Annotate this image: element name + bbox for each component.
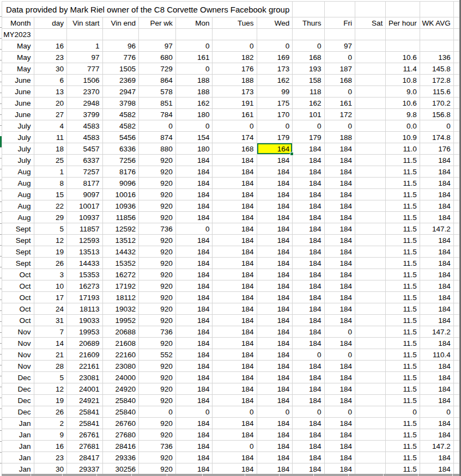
cell[interactable]: 184 bbox=[324, 315, 355, 326]
cell[interactable] bbox=[355, 429, 386, 441]
cell[interactable]: 21609 bbox=[66, 349, 102, 361]
cell[interactable]: 736 bbox=[139, 223, 176, 235]
cell[interactable]: 920 bbox=[139, 452, 176, 463]
cell[interactable]: 184 bbox=[324, 189, 355, 200]
cell[interactable]: 0 bbox=[420, 406, 453, 418]
cell[interactable]: 729 bbox=[139, 63, 176, 75]
cell[interactable]: 184 bbox=[324, 383, 355, 395]
cell[interactable]: 17193 bbox=[66, 292, 102, 303]
cell[interactable]: 184 bbox=[257, 303, 293, 315]
cell[interactable]: 184 bbox=[324, 235, 355, 246]
cell[interactable]: 920 bbox=[139, 246, 176, 258]
cell[interactable] bbox=[355, 189, 386, 200]
cell[interactable]: 184 bbox=[420, 280, 453, 292]
cell[interactable]: 7256 bbox=[102, 155, 139, 166]
selected-cell[interactable]: 164 bbox=[257, 143, 293, 155]
cell[interactable]: 9.8 bbox=[386, 109, 420, 120]
cell[interactable] bbox=[355, 258, 386, 269]
cell[interactable]: 184 bbox=[324, 303, 355, 315]
cell[interactable]: Oct bbox=[2, 292, 34, 303]
cell[interactable]: 11.5 bbox=[386, 452, 420, 463]
cell[interactable] bbox=[355, 200, 386, 212]
cell[interactable]: 184 bbox=[213, 178, 257, 189]
cell[interactable]: 10.6 bbox=[386, 52, 420, 63]
cell[interactable]: Sept bbox=[2, 223, 34, 235]
cell[interactable]: 184 bbox=[293, 223, 324, 235]
cell[interactable]: 11.5 bbox=[386, 155, 420, 166]
cell[interactable]: July bbox=[2, 132, 34, 143]
cell[interactable]: 184 bbox=[324, 223, 355, 235]
cell[interactable] bbox=[355, 269, 386, 280]
cell[interactable] bbox=[355, 2, 386, 17]
cell[interactable]: 184 bbox=[175, 452, 213, 463]
cell[interactable]: 188 bbox=[175, 86, 213, 97]
cell[interactable]: 184 bbox=[420, 155, 453, 166]
cell[interactable]: Nov bbox=[2, 361, 34, 372]
cell[interactable]: 11.5 bbox=[386, 258, 420, 269]
cell[interactable]: 16 bbox=[34, 40, 66, 52]
cell[interactable]: 110.4 bbox=[420, 349, 453, 361]
cell[interactable]: 0 bbox=[293, 40, 324, 52]
cell[interactable]: 188 bbox=[175, 75, 213, 86]
cell[interactable]: June bbox=[2, 86, 34, 97]
cell[interactable]: 184 bbox=[420, 200, 453, 212]
cell[interactable]: 920 bbox=[139, 189, 176, 200]
cell[interactable]: 11.5 bbox=[386, 269, 420, 280]
cell[interactable]: 184 bbox=[213, 235, 257, 246]
cell[interactable]: 180 bbox=[175, 143, 213, 155]
cell[interactable]: 184 bbox=[213, 166, 257, 178]
cell[interactable]: 184 bbox=[293, 383, 324, 395]
cell[interactable]: 184 bbox=[293, 258, 324, 269]
cell[interactable]: 22 bbox=[34, 200, 66, 212]
column-header-tues[interactable]: Tues bbox=[213, 17, 257, 29]
cell[interactable]: Sept bbox=[2, 235, 34, 246]
cell[interactable]: 184 bbox=[420, 258, 453, 269]
cell[interactable]: 169 bbox=[257, 52, 293, 63]
cell[interactable]: 11.5 bbox=[386, 246, 420, 258]
cell[interactable]: July bbox=[2, 143, 34, 155]
cell[interactable]: 184 bbox=[175, 246, 213, 258]
cell[interactable]: 13513 bbox=[66, 246, 102, 258]
cell[interactable]: 97 bbox=[66, 52, 102, 63]
cell[interactable]: 184 bbox=[213, 429, 257, 441]
sheet-title[interactable]: Data provided by Mark Riel owner of the … bbox=[2, 2, 293, 17]
cell[interactable]: 184 bbox=[420, 315, 453, 326]
cell[interactable]: 184 bbox=[293, 338, 324, 349]
cell[interactable]: 11.5 bbox=[386, 223, 420, 235]
cell[interactable]: 1506 bbox=[66, 75, 102, 86]
cell[interactable]: 193 bbox=[293, 63, 324, 75]
cell[interactable]: 12 bbox=[34, 235, 66, 246]
cell[interactable] bbox=[355, 29, 386, 40]
cell[interactable]: 27681 bbox=[66, 441, 102, 452]
cell[interactable]: 184 bbox=[293, 372, 324, 383]
cell[interactable]: 9.0 bbox=[386, 86, 420, 97]
cell[interactable]: Aug bbox=[2, 166, 34, 178]
cell[interactable]: 184 bbox=[420, 292, 453, 303]
cell[interactable]: 145.8 bbox=[420, 63, 453, 75]
cell[interactable]: 184 bbox=[175, 200, 213, 212]
cell[interactable]: 184 bbox=[175, 315, 213, 326]
cell[interactable]: 28 bbox=[34, 361, 66, 372]
cell[interactable] bbox=[355, 178, 386, 189]
cell[interactable]: 0 bbox=[213, 441, 257, 452]
cell[interactable]: 24921 bbox=[66, 395, 102, 406]
cell[interactable]: 184 bbox=[175, 395, 213, 406]
cell[interactable]: 147.2 bbox=[420, 223, 453, 235]
cell[interactable]: 3798 bbox=[102, 97, 139, 109]
cell[interactable]: 184 bbox=[175, 155, 213, 166]
cell[interactable]: Nov bbox=[2, 326, 34, 338]
cell[interactable]: 27 bbox=[34, 109, 66, 120]
cell[interactable]: 0 bbox=[175, 63, 213, 75]
cell[interactable]: 4582 bbox=[102, 109, 139, 120]
cell[interactable] bbox=[139, 29, 176, 40]
cell[interactable]: 168 bbox=[293, 52, 324, 63]
cell[interactable]: Oct bbox=[2, 315, 34, 326]
cell[interactable]: 11.5 bbox=[386, 315, 420, 326]
cell[interactable]: 12593 bbox=[66, 235, 102, 246]
cell[interactable]: Dec bbox=[2, 383, 34, 395]
cell[interactable] bbox=[355, 75, 386, 86]
cell[interactable]: 4583 bbox=[66, 120, 102, 132]
cell[interactable] bbox=[324, 2, 355, 17]
cell[interactable]: 184 bbox=[257, 212, 293, 223]
cell[interactable]: Jan bbox=[2, 452, 34, 463]
